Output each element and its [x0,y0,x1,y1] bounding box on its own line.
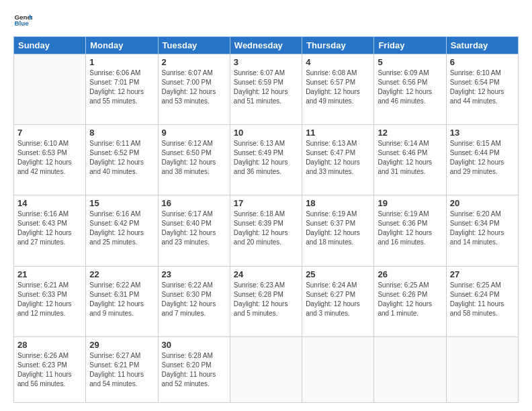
day-info: Sunrise: 6:22 AM Sunset: 6:31 PM Dayligh… [89,281,154,318]
calendar-cell: 15Sunrise: 6:16 AM Sunset: 6:42 PM Dayli… [86,195,158,266]
day-info: Sunrise: 6:12 AM Sunset: 6:50 PM Dayligh… [162,139,226,177]
day-number: 30 [162,340,226,350]
day-info: Sunrise: 6:11 AM Sunset: 6:52 PM Dayligh… [89,139,154,177]
day-info: Sunrise: 6:20 AM Sunset: 6:34 PM Dayligh… [450,210,515,247]
calendar-cell: 8Sunrise: 6:11 AM Sunset: 6:52 PM Daylig… [86,125,158,195]
calendar-cell: 16Sunrise: 6:17 AM Sunset: 6:40 PM Dayli… [158,195,230,266]
day-info: Sunrise: 6:15 AM Sunset: 6:44 PM Dayligh… [450,139,515,177]
day-number: 11 [306,128,370,138]
calendar-cell: 5Sunrise: 6:09 AM Sunset: 6:56 PM Daylig… [374,54,446,125]
calendar-cell: 25Sunrise: 6:24 AM Sunset: 6:27 PM Dayli… [302,266,374,336]
day-number: 4 [306,57,370,67]
calendar-cell: 26Sunrise: 6:25 AM Sunset: 6:26 PM Dayli… [374,266,446,336]
calendar-cell: 3Sunrise: 6:07 AM Sunset: 6:59 PM Daylig… [230,54,302,125]
calendar-cell: 19Sunrise: 6:19 AM Sunset: 6:36 PM Dayli… [374,195,446,266]
calendar-cell: 11Sunrise: 6:13 AM Sunset: 6:47 PM Dayli… [302,125,374,195]
day-number: 18 [306,198,370,208]
calendar-cell: 18Sunrise: 6:19 AM Sunset: 6:37 PM Dayli… [302,195,374,266]
day-number: 21 [17,269,82,279]
day-info: Sunrise: 6:19 AM Sunset: 6:37 PM Dayligh… [306,210,370,247]
day-info: Sunrise: 6:10 AM Sunset: 6:54 PM Dayligh… [450,68,515,106]
day-info: Sunrise: 6:07 AM Sunset: 7:00 PM Dayligh… [162,68,226,106]
day-info: Sunrise: 6:17 AM Sunset: 6:40 PM Dayligh… [162,210,226,247]
day-info: Sunrise: 6:09 AM Sunset: 6:56 PM Dayligh… [378,68,442,106]
day-number: 23 [162,269,226,279]
day-number: 5 [378,57,442,67]
day-info: Sunrise: 6:25 AM Sunset: 6:24 PM Dayligh… [450,281,515,318]
calendar-cell: 21Sunrise: 6:21 AM Sunset: 6:33 PM Dayli… [14,266,86,336]
calendar-cell: 1Sunrise: 6:06 AM Sunset: 7:01 PM Daylig… [86,54,158,125]
day-number: 10 [234,128,298,138]
day-number: 1 [89,57,154,67]
calendar-cell: 30Sunrise: 6:28 AM Sunset: 6:20 PM Dayli… [158,336,230,402]
calendar-cell: 10Sunrise: 6:13 AM Sunset: 6:49 PM Dayli… [230,125,302,195]
day-info: Sunrise: 6:14 AM Sunset: 6:46 PM Dayligh… [378,139,442,177]
calendar-day-header: Wednesday [230,37,302,54]
day-number: 2 [162,57,226,67]
day-info: Sunrise: 6:26 AM Sunset: 6:23 PM Dayligh… [17,351,82,389]
day-number: 7 [17,128,82,138]
day-info: Sunrise: 6:10 AM Sunset: 6:53 PM Dayligh… [17,139,82,177]
day-info: Sunrise: 6:13 AM Sunset: 6:47 PM Dayligh… [306,139,370,177]
calendar-cell: 7Sunrise: 6:10 AM Sunset: 6:53 PM Daylig… [14,125,86,195]
calendar-cell [230,336,302,402]
day-number: 15 [89,198,154,208]
day-number: 26 [378,269,442,279]
calendar-day-header: Monday [86,37,158,54]
calendar-cell [446,336,518,402]
day-number: 6 [450,57,515,67]
day-info: Sunrise: 6:19 AM Sunset: 6:36 PM Dayligh… [378,210,442,247]
day-info: Sunrise: 6:07 AM Sunset: 6:59 PM Dayligh… [234,68,298,106]
calendar-day-header: Sunday [14,37,86,54]
day-number: 12 [378,128,442,138]
day-number: 14 [17,198,82,208]
day-info: Sunrise: 6:16 AM Sunset: 6:43 PM Dayligh… [17,210,82,247]
calendar-cell: 23Sunrise: 6:22 AM Sunset: 6:30 PM Dayli… [158,266,230,336]
calendar-week-row: 28Sunrise: 6:26 AM Sunset: 6:23 PM Dayli… [14,336,519,402]
calendar-cell: 28Sunrise: 6:26 AM Sunset: 6:23 PM Dayli… [14,336,86,402]
page: General Blue SundayMondayTuesdayWednesda… [0,0,532,411]
calendar-day-header: Tuesday [158,37,230,54]
day-number: 17 [234,198,298,208]
header: General Blue [13,11,519,30]
calendar-cell: 27Sunrise: 6:25 AM Sunset: 6:24 PM Dayli… [446,266,518,336]
day-number: 27 [450,269,515,279]
day-info: Sunrise: 6:24 AM Sunset: 6:27 PM Dayligh… [306,281,370,318]
calendar-cell [302,336,374,402]
calendar-cell: 13Sunrise: 6:15 AM Sunset: 6:44 PM Dayli… [446,125,518,195]
calendar-header-row: SundayMondayTuesdayWednesdayThursdayFrid… [14,37,519,54]
calendar-cell: 9Sunrise: 6:12 AM Sunset: 6:50 PM Daylig… [158,125,230,195]
calendar-cell: 4Sunrise: 6:08 AM Sunset: 6:57 PM Daylig… [302,54,374,125]
day-info: Sunrise: 6:28 AM Sunset: 6:20 PM Dayligh… [162,351,226,389]
calendar-cell: 12Sunrise: 6:14 AM Sunset: 6:46 PM Dayli… [374,125,446,195]
calendar-cell: 17Sunrise: 6:18 AM Sunset: 6:39 PM Dayli… [230,195,302,266]
day-info: Sunrise: 6:16 AM Sunset: 6:42 PM Dayligh… [89,210,154,247]
day-number: 13 [450,128,515,138]
calendar-cell [374,336,446,402]
day-number: 9 [162,128,226,138]
day-info: Sunrise: 6:22 AM Sunset: 6:30 PM Dayligh… [162,281,226,318]
day-number: 24 [234,269,298,279]
calendar-day-header: Saturday [446,37,518,54]
day-number: 29 [89,340,154,350]
day-number: 20 [450,198,515,208]
calendar-cell: 20Sunrise: 6:20 AM Sunset: 6:34 PM Dayli… [446,195,518,266]
day-number: 8 [89,128,154,138]
day-number: 16 [162,198,226,208]
calendar-week-row: 14Sunrise: 6:16 AM Sunset: 6:43 PM Dayli… [14,195,519,266]
calendar-cell: 14Sunrise: 6:16 AM Sunset: 6:43 PM Dayli… [14,195,86,266]
calendar-week-row: 7Sunrise: 6:10 AM Sunset: 6:53 PM Daylig… [14,125,519,195]
day-info: Sunrise: 6:27 AM Sunset: 6:21 PM Dayligh… [89,351,154,389]
day-info: Sunrise: 6:08 AM Sunset: 6:57 PM Dayligh… [306,68,370,106]
calendar-cell: 29Sunrise: 6:27 AM Sunset: 6:21 PM Dayli… [86,336,158,402]
calendar-day-header: Friday [374,37,446,54]
calendar-cell: 2Sunrise: 6:07 AM Sunset: 7:00 PM Daylig… [158,54,230,125]
day-number: 25 [306,269,370,279]
calendar-cell: 24Sunrise: 6:23 AM Sunset: 6:28 PM Dayli… [230,266,302,336]
logo: General Blue [13,11,35,30]
day-info: Sunrise: 6:21 AM Sunset: 6:33 PM Dayligh… [17,281,82,318]
day-info: Sunrise: 6:18 AM Sunset: 6:39 PM Dayligh… [234,210,298,247]
calendar-day-header: Thursday [302,37,374,54]
calendar-table: SundayMondayTuesdayWednesdayThursdayFrid… [13,36,519,403]
day-number: 22 [89,269,154,279]
